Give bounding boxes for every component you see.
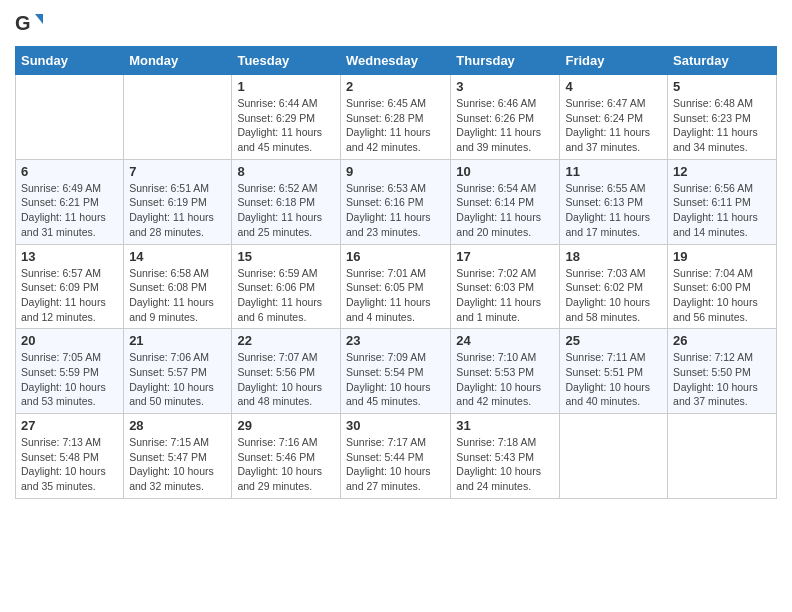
- day-info: Sunrise: 6:47 AM Sunset: 6:24 PM Dayligh…: [565, 96, 662, 155]
- day-info: Sunrise: 7:03 AM Sunset: 6:02 PM Dayligh…: [565, 266, 662, 325]
- day-number: 19: [673, 249, 771, 264]
- day-info: Sunrise: 6:57 AM Sunset: 6:09 PM Dayligh…: [21, 266, 118, 325]
- col-header-friday: Friday: [560, 47, 668, 75]
- day-number: 14: [129, 249, 226, 264]
- calendar-cell: 3Sunrise: 6:46 AM Sunset: 6:26 PM Daylig…: [451, 75, 560, 160]
- day-info: Sunrise: 6:59 AM Sunset: 6:06 PM Dayligh…: [237, 266, 335, 325]
- day-number: 24: [456, 333, 554, 348]
- svg-marker-1: [35, 14, 43, 24]
- day-info: Sunrise: 6:44 AM Sunset: 6:29 PM Dayligh…: [237, 96, 335, 155]
- col-header-tuesday: Tuesday: [232, 47, 341, 75]
- calendar-cell: 2Sunrise: 6:45 AM Sunset: 6:28 PM Daylig…: [340, 75, 450, 160]
- day-info: Sunrise: 6:55 AM Sunset: 6:13 PM Dayligh…: [565, 181, 662, 240]
- day-info: Sunrise: 7:18 AM Sunset: 5:43 PM Dayligh…: [456, 435, 554, 494]
- calendar-cell: 18Sunrise: 7:03 AM Sunset: 6:02 PM Dayli…: [560, 244, 668, 329]
- day-info: Sunrise: 7:16 AM Sunset: 5:46 PM Dayligh…: [237, 435, 335, 494]
- calendar-cell: [560, 414, 668, 499]
- calendar-cell: 14Sunrise: 6:58 AM Sunset: 6:08 PM Dayli…: [124, 244, 232, 329]
- day-info: Sunrise: 6:51 AM Sunset: 6:19 PM Dayligh…: [129, 181, 226, 240]
- day-number: 6: [21, 164, 118, 179]
- logo: G: [15, 10, 45, 38]
- page-header: G: [15, 10, 777, 38]
- day-number: 10: [456, 164, 554, 179]
- calendar-cell: 23Sunrise: 7:09 AM Sunset: 5:54 PM Dayli…: [340, 329, 450, 414]
- calendar-cell: 30Sunrise: 7:17 AM Sunset: 5:44 PM Dayli…: [340, 414, 450, 499]
- calendar-cell: 8Sunrise: 6:52 AM Sunset: 6:18 PM Daylig…: [232, 159, 341, 244]
- day-info: Sunrise: 7:17 AM Sunset: 5:44 PM Dayligh…: [346, 435, 445, 494]
- day-info: Sunrise: 6:52 AM Sunset: 6:18 PM Dayligh…: [237, 181, 335, 240]
- logo-icon: G: [15, 10, 43, 38]
- day-number: 17: [456, 249, 554, 264]
- calendar-cell: 12Sunrise: 6:56 AM Sunset: 6:11 PM Dayli…: [668, 159, 777, 244]
- calendar-cell: 31Sunrise: 7:18 AM Sunset: 5:43 PM Dayli…: [451, 414, 560, 499]
- day-number: 30: [346, 418, 445, 433]
- col-header-wednesday: Wednesday: [340, 47, 450, 75]
- day-info: Sunrise: 7:09 AM Sunset: 5:54 PM Dayligh…: [346, 350, 445, 409]
- calendar-cell: 5Sunrise: 6:48 AM Sunset: 6:23 PM Daylig…: [668, 75, 777, 160]
- day-number: 2: [346, 79, 445, 94]
- day-number: 16: [346, 249, 445, 264]
- day-number: 18: [565, 249, 662, 264]
- day-info: Sunrise: 7:11 AM Sunset: 5:51 PM Dayligh…: [565, 350, 662, 409]
- day-number: 12: [673, 164, 771, 179]
- day-number: 31: [456, 418, 554, 433]
- calendar-cell: 25Sunrise: 7:11 AM Sunset: 5:51 PM Dayli…: [560, 329, 668, 414]
- day-info: Sunrise: 6:56 AM Sunset: 6:11 PM Dayligh…: [673, 181, 771, 240]
- week-row-2: 6Sunrise: 6:49 AM Sunset: 6:21 PM Daylig…: [16, 159, 777, 244]
- col-header-sunday: Sunday: [16, 47, 124, 75]
- day-info: Sunrise: 7:04 AM Sunset: 6:00 PM Dayligh…: [673, 266, 771, 325]
- day-number: 8: [237, 164, 335, 179]
- day-number: 21: [129, 333, 226, 348]
- day-number: 23: [346, 333, 445, 348]
- calendar-cell: 9Sunrise: 6:53 AM Sunset: 6:16 PM Daylig…: [340, 159, 450, 244]
- day-info: Sunrise: 7:13 AM Sunset: 5:48 PM Dayligh…: [21, 435, 118, 494]
- day-number: 20: [21, 333, 118, 348]
- week-row-5: 27Sunrise: 7:13 AM Sunset: 5:48 PM Dayli…: [16, 414, 777, 499]
- col-header-thursday: Thursday: [451, 47, 560, 75]
- day-number: 7: [129, 164, 226, 179]
- calendar-cell: 19Sunrise: 7:04 AM Sunset: 6:00 PM Dayli…: [668, 244, 777, 329]
- day-number: 13: [21, 249, 118, 264]
- calendar-cell: 10Sunrise: 6:54 AM Sunset: 6:14 PM Dayli…: [451, 159, 560, 244]
- day-info: Sunrise: 7:12 AM Sunset: 5:50 PM Dayligh…: [673, 350, 771, 409]
- day-number: 5: [673, 79, 771, 94]
- day-info: Sunrise: 7:05 AM Sunset: 5:59 PM Dayligh…: [21, 350, 118, 409]
- day-info: Sunrise: 6:58 AM Sunset: 6:08 PM Dayligh…: [129, 266, 226, 325]
- calendar-cell: 27Sunrise: 7:13 AM Sunset: 5:48 PM Dayli…: [16, 414, 124, 499]
- calendar-cell: 11Sunrise: 6:55 AM Sunset: 6:13 PM Dayli…: [560, 159, 668, 244]
- day-info: Sunrise: 7:01 AM Sunset: 6:05 PM Dayligh…: [346, 266, 445, 325]
- calendar-cell: [124, 75, 232, 160]
- day-info: Sunrise: 6:48 AM Sunset: 6:23 PM Dayligh…: [673, 96, 771, 155]
- day-info: Sunrise: 6:46 AM Sunset: 6:26 PM Dayligh…: [456, 96, 554, 155]
- day-number: 26: [673, 333, 771, 348]
- day-info: Sunrise: 7:10 AM Sunset: 5:53 PM Dayligh…: [456, 350, 554, 409]
- calendar-cell: 24Sunrise: 7:10 AM Sunset: 5:53 PM Dayli…: [451, 329, 560, 414]
- day-info: Sunrise: 6:54 AM Sunset: 6:14 PM Dayligh…: [456, 181, 554, 240]
- calendar-cell: 16Sunrise: 7:01 AM Sunset: 6:05 PM Dayli…: [340, 244, 450, 329]
- day-number: 15: [237, 249, 335, 264]
- day-info: Sunrise: 7:07 AM Sunset: 5:56 PM Dayligh…: [237, 350, 335, 409]
- calendar-cell: 28Sunrise: 7:15 AM Sunset: 5:47 PM Dayli…: [124, 414, 232, 499]
- col-header-saturday: Saturday: [668, 47, 777, 75]
- calendar-cell: 17Sunrise: 7:02 AM Sunset: 6:03 PM Dayli…: [451, 244, 560, 329]
- day-number: 3: [456, 79, 554, 94]
- day-number: 27: [21, 418, 118, 433]
- week-row-1: 1Sunrise: 6:44 AM Sunset: 6:29 PM Daylig…: [16, 75, 777, 160]
- week-row-3: 13Sunrise: 6:57 AM Sunset: 6:09 PM Dayli…: [16, 244, 777, 329]
- day-info: Sunrise: 7:15 AM Sunset: 5:47 PM Dayligh…: [129, 435, 226, 494]
- calendar-cell: 21Sunrise: 7:06 AM Sunset: 5:57 PM Dayli…: [124, 329, 232, 414]
- calendar-cell: 26Sunrise: 7:12 AM Sunset: 5:50 PM Dayli…: [668, 329, 777, 414]
- day-info: Sunrise: 7:02 AM Sunset: 6:03 PM Dayligh…: [456, 266, 554, 325]
- day-number: 28: [129, 418, 226, 433]
- calendar-table: SundayMondayTuesdayWednesdayThursdayFrid…: [15, 46, 777, 499]
- calendar-cell: 20Sunrise: 7:05 AM Sunset: 5:59 PM Dayli…: [16, 329, 124, 414]
- day-number: 22: [237, 333, 335, 348]
- calendar-cell: 15Sunrise: 6:59 AM Sunset: 6:06 PM Dayli…: [232, 244, 341, 329]
- calendar-cell: 13Sunrise: 6:57 AM Sunset: 6:09 PM Dayli…: [16, 244, 124, 329]
- header-row: SundayMondayTuesdayWednesdayThursdayFrid…: [16, 47, 777, 75]
- day-info: Sunrise: 6:53 AM Sunset: 6:16 PM Dayligh…: [346, 181, 445, 240]
- day-number: 4: [565, 79, 662, 94]
- day-number: 1: [237, 79, 335, 94]
- calendar-cell: 22Sunrise: 7:07 AM Sunset: 5:56 PM Dayli…: [232, 329, 341, 414]
- day-number: 25: [565, 333, 662, 348]
